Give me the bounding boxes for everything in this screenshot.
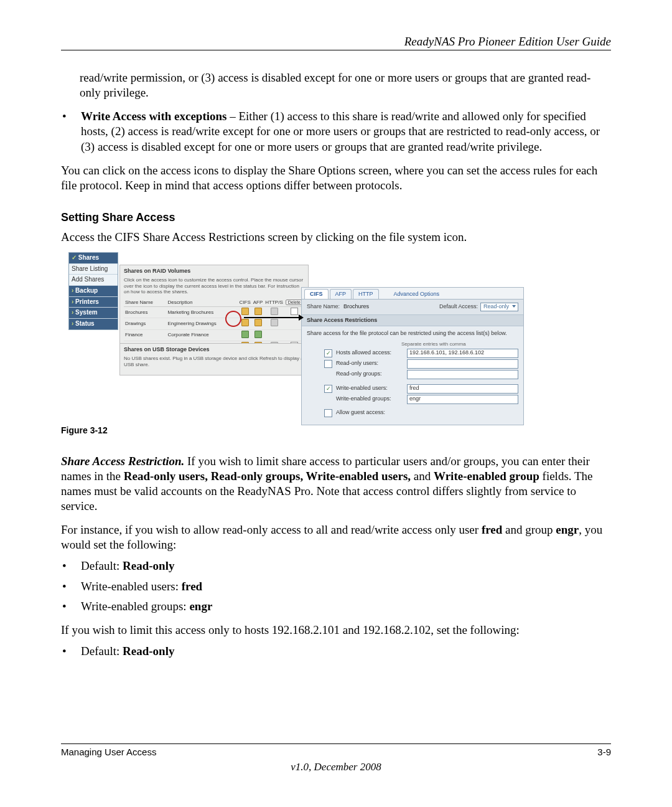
section-heading: Setting Share Access	[61, 210, 611, 225]
sar-para: Share Access Restriction. If you wish to…	[61, 454, 611, 514]
page: ReadyNAS Pro Pioneer Edition User Guide …	[0, 0, 672, 807]
nav-backup[interactable]: Backup	[69, 285, 118, 296]
write-groups-input[interactable]: engr	[407, 395, 518, 404]
share-name-value: Brochures	[343, 303, 369, 310]
para-hosts: If you wish to limit this access only to…	[61, 623, 611, 638]
checkbox[interactable]	[324, 385, 332, 393]
figure: ✓ Shares Share Listing Add Shares Backup…	[68, 252, 611, 417]
footer-left: Managing User Access	[61, 747, 156, 757]
nav-add-shares[interactable]: Add Shares	[69, 274, 118, 285]
readonly-groups-input[interactable]	[407, 370, 518, 379]
restrict-row: Write-enabled users:fred	[324, 384, 518, 394]
list-item: • Write-enabled users: fred	[61, 579, 611, 594]
restrict-title: Share Access Restrictions	[302, 314, 523, 326]
highlight-circle-icon	[225, 311, 241, 327]
bullet-dot-icon: •	[61, 559, 81, 573]
tab-afp[interactable]: AFP	[330, 289, 352, 299]
para-access-icons: You can click on the access icons to dis…	[61, 163, 611, 193]
figure-caption: Figure 3-12	[61, 425, 611, 437]
shares-hint: Click on the access icon to customize th…	[124, 277, 304, 295]
restrict-row: Hosts allowed access:192.168.6.101, 192.…	[324, 349, 518, 358]
list-item: • Write-enabled groups: engr	[61, 599, 611, 614]
list-item: • Default: Read-only	[61, 644, 611, 659]
sep-hint: Separate entries with comma	[401, 341, 518, 347]
access-icon[interactable]	[241, 331, 249, 338]
page-number: 3-9	[597, 747, 611, 757]
bullet-dot-icon: •	[61, 579, 81, 594]
para-cifs: Access the CIFS Share Access Restriction…	[61, 230, 611, 245]
share-name-row: Share Name: Brochures Default Access: Re…	[302, 300, 523, 314]
checkbox[interactable]	[324, 349, 332, 357]
header-title: ReadyNAS Pro Pioneer Edition User Guide	[61, 35, 611, 50]
tab-advanced[interactable]: Advanced Options	[389, 290, 445, 299]
usb-shares-panel: Shares on USB Storage Devices No USB sha…	[119, 343, 309, 375]
nav-share-listing[interactable]: Share Listing	[69, 263, 118, 275]
bullet-lead: Write Access with exceptions	[81, 110, 226, 123]
restrict-row: Write-enabled groups:engr	[324, 395, 518, 404]
access-panel: CIFS AFP HTTP Advanced Options Share Nam…	[301, 287, 524, 425]
default-access-label: Default Access:	[439, 303, 478, 310]
sar-lead: Share Access Restriction.	[61, 455, 184, 468]
nav-header: ✓ Shares	[69, 253, 118, 263]
svg-marker-1	[299, 314, 304, 321]
usb-panel-msg: No USB shares exist. Plug in a USB stora…	[124, 356, 304, 368]
bullet-body: Write Access with exceptions – Either (1…	[81, 109, 611, 154]
default-access-select[interactable]: Read-only	[480, 303, 518, 311]
nav-status[interactable]: Status	[69, 318, 118, 329]
access-icon[interactable]	[254, 331, 262, 338]
usb-panel-title: Shares on USB Storage Devices	[124, 346, 304, 353]
table-row: FinanceCorporate Finance	[124, 329, 304, 341]
bullet-write-access: • Write Access with exceptions – Either …	[61, 109, 611, 154]
checkbox[interactable]	[324, 360, 332, 368]
header: ReadyNAS Pro Pioneer Edition User Guide	[61, 35, 611, 50]
body: read/write permission, or (3) access is …	[61, 70, 611, 659]
list-item: • Default: Read-only	[61, 559, 611, 573]
tab-http[interactable]: HTTP	[353, 289, 379, 299]
share-name-label: Share Name:	[307, 303, 340, 310]
restrict-row: Read-only users:	[324, 359, 518, 369]
restrict-desc: Share access for the file protocol can b…	[307, 330, 518, 337]
bullet-dot-icon: •	[61, 644, 81, 659]
readonly-users-input[interactable]	[407, 359, 518, 369]
shares-panel-title: Shares on RAID Volumes	[124, 268, 304, 275]
bullet-dot-icon: •	[61, 599, 81, 614]
restrict-row: Read-only groups:	[324, 370, 518, 379]
tab-cifs[interactable]: CIFS	[304, 289, 329, 299]
bullet-dot-icon: •	[61, 109, 81, 124]
restrict-row: Allow guest access:	[324, 409, 518, 417]
delete-button[interactable]: Delete	[286, 300, 303, 305]
arrow-icon	[244, 313, 304, 322]
tabs: CIFS AFP HTTP Advanced Options	[302, 288, 523, 300]
hosts-input[interactable]: 192.168.6.101, 192.168.6.102	[407, 349, 518, 358]
footer: Managing User Access 3-9 v1.0, December …	[61, 743, 611, 773]
continuation-para: read/write permission, or (3) access is …	[80, 70, 611, 100]
footer-version: v1.0, December 2008	[61, 761, 611, 773]
nav-printers[interactable]: Printers	[69, 296, 118, 308]
checkbox[interactable]	[324, 409, 332, 417]
restrict-body: Share access for the file protocol can b…	[302, 326, 523, 425]
nav-system[interactable]: System	[69, 307, 118, 318]
nav-panel: ✓ Shares Share Listing Add Shares Backup…	[68, 252, 118, 330]
write-users-input[interactable]: fred	[407, 384, 518, 394]
example-intro: For instance, if you wish to allow read-…	[61, 522, 611, 552]
table-header-row: Share Name Description CIFS AFP HTTP/S D…	[124, 299, 304, 307]
